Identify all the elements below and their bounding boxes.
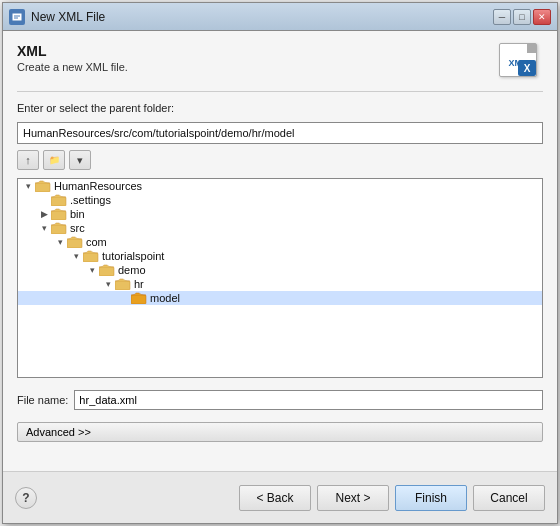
- expand-icon: ▾: [22, 180, 34, 192]
- tree-row[interactable]: .settings: [18, 193, 542, 207]
- tree-row[interactable]: ▶ bin: [18, 207, 542, 221]
- window-controls: ─ □ ✕: [493, 9, 551, 25]
- svg-rect-9: [99, 267, 114, 276]
- tree-row[interactable]: ▾ tutorialspoint: [18, 249, 542, 263]
- dialog-footer: ? < Back Next > Finish Cancel: [3, 471, 557, 523]
- node-label: .settings: [70, 194, 111, 206]
- window-icon: [9, 9, 25, 25]
- expand-icon: ▶: [38, 208, 50, 220]
- folder-icon: [67, 236, 83, 248]
- expand-icon: ▾: [102, 278, 114, 290]
- folder-icon: [51, 194, 67, 206]
- node-label: model: [150, 292, 180, 304]
- advanced-button[interactable]: Advanced >>: [17, 422, 543, 442]
- tree-row[interactable]: ▾ com: [18, 235, 542, 249]
- file-name-input[interactable]: [74, 390, 543, 410]
- node-label: com: [86, 236, 107, 248]
- expand-icon: ▾: [38, 222, 50, 234]
- header-icon-area: XML X: [499, 43, 543, 81]
- expand-icon: [38, 194, 50, 206]
- folder-icon: [83, 250, 99, 262]
- folder-icon: [115, 278, 131, 290]
- minimize-button[interactable]: ─: [493, 9, 511, 25]
- node-label: HumanResources: [54, 180, 142, 192]
- file-name-row: File name:: [17, 390, 543, 410]
- folder-icon: [51, 208, 67, 220]
- tree-row[interactable]: ▾ hr: [18, 277, 542, 291]
- node-label: tutorialspoint: [102, 250, 164, 262]
- dialog-header: XML Create a new XML file. XML X: [17, 43, 543, 92]
- node-label: demo: [118, 264, 146, 276]
- node-label: bin: [70, 208, 85, 220]
- navigate-up-button[interactable]: ↑: [17, 150, 39, 170]
- dialog-subtitle: Create a new XML file.: [17, 61, 128, 73]
- help-button[interactable]: ?: [15, 487, 37, 509]
- dialog-title: XML: [17, 43, 128, 59]
- new-folder-icon: 📁: [49, 155, 60, 165]
- back-button[interactable]: < Back: [239, 485, 311, 511]
- up-icon: ↑: [25, 154, 31, 166]
- cancel-button[interactable]: Cancel: [473, 485, 545, 511]
- svg-rect-3: [35, 183, 50, 192]
- svg-rect-11: [131, 295, 146, 304]
- form-section: Enter or select the parent folder: ↑ 📁 ▾…: [17, 102, 543, 463]
- project-folder-icon: [35, 180, 51, 192]
- header-text: XML Create a new XML file.: [17, 43, 128, 73]
- expand-icon: ▾: [70, 250, 82, 262]
- footer-buttons: < Back Next > Finish Cancel: [239, 485, 545, 511]
- svg-rect-8: [83, 253, 98, 262]
- close-button[interactable]: ✕: [533, 9, 551, 25]
- svg-rect-7: [67, 239, 82, 248]
- svg-rect-10: [115, 281, 130, 290]
- node-label: src: [70, 222, 85, 234]
- tree-toolbar: ↑ 📁 ▾: [17, 150, 543, 170]
- expand-icon: ▾: [86, 264, 98, 276]
- footer-left: ?: [15, 487, 37, 509]
- folder-label: Enter or select the parent folder:: [17, 102, 543, 114]
- maximize-button[interactable]: □: [513, 9, 531, 25]
- folder-tree[interactable]: ▾ HumanResources: [17, 178, 543, 378]
- next-button[interactable]: Next >: [317, 485, 389, 511]
- window-title: New XML File: [31, 10, 493, 24]
- expand-icon: ▾: [54, 236, 66, 248]
- expand-icon: [118, 292, 130, 304]
- collapse-icon: ▾: [77, 154, 83, 167]
- finish-button[interactable]: Finish: [395, 485, 467, 511]
- new-folder-button[interactable]: 📁: [43, 150, 65, 170]
- title-bar: New XML File ─ □ ✕: [3, 3, 557, 31]
- tree-row[interactable]: ▾ demo: [18, 263, 542, 277]
- tree-row[interactable]: model: [18, 291, 542, 305]
- folder-icon: [51, 222, 67, 234]
- svg-rect-6: [51, 225, 66, 234]
- xml-file-icon: XML X: [499, 43, 537, 77]
- collapse-button[interactable]: ▾: [69, 150, 91, 170]
- tree-row[interactable]: ▾ HumanResources: [18, 179, 542, 193]
- svg-rect-5: [51, 211, 66, 220]
- xml-overlay-icon: X: [518, 60, 536, 76]
- file-name-label: File name:: [17, 394, 68, 406]
- node-label: hr: [134, 278, 144, 290]
- dialog-content: XML Create a new XML file. XML X Enter o…: [3, 31, 557, 471]
- svg-rect-4: [51, 197, 66, 206]
- svg-rect-0: [12, 13, 22, 21]
- folder-path-input[interactable]: [17, 122, 543, 144]
- folder-icon: [131, 292, 147, 304]
- tree-row[interactable]: ▾ src: [18, 221, 542, 235]
- dialog-window: New XML File ─ □ ✕ XML Create a new XML …: [2, 2, 558, 524]
- folder-icon: [99, 264, 115, 276]
